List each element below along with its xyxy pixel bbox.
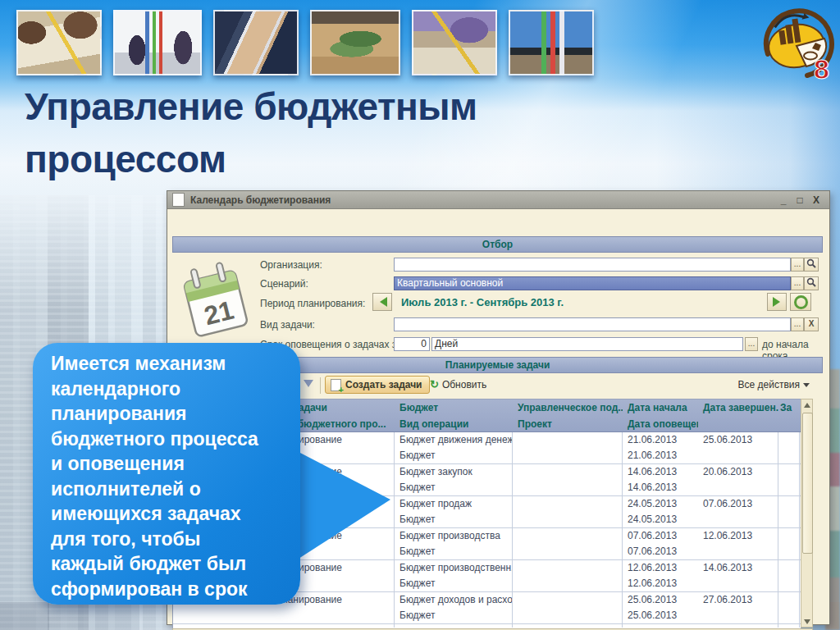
presentation-photo [113,10,202,75]
col-date-notify[interactable]: Дата оповещения [623,416,698,432]
refresh-icon: ↻ [430,378,439,390]
filter-section-header: Отбор [172,236,823,253]
minimize-button[interactable]: _ [775,194,792,206]
slide-title: Управление бюджетным процессом [25,80,648,185]
create-tasks-button[interactable]: Создать задачи [325,376,430,394]
callout-bubble: Имеется механизм календарного планирован… [33,343,300,605]
window-icon [172,193,185,207]
maximize-button[interactable]: □ [792,194,808,206]
col-division[interactable]: Управленческое под... [513,399,623,416]
writing-hands-photo [16,10,102,75]
new-document-icon [331,379,341,391]
handshake-photo [213,10,299,75]
laptop-chart-photo [509,10,594,75]
col-extra[interactable]: За [778,399,801,416]
task-type-clear-button[interactable]: X [804,317,819,331]
org-label: Организация: [260,259,322,271]
window-title: Календарь бюджетирования [190,194,775,206]
refresh-button[interactable]: ↻ Обновить [430,378,486,390]
org-search-button[interactable] [804,258,819,272]
close-button[interactable]: X [808,194,824,206]
toolbar-separator [320,377,321,394]
col-date-start[interactable]: Дата начала [623,399,698,416]
all-actions-button[interactable]: Все действия [738,379,810,390]
task-type-label: Вид задачи: [260,319,315,331]
calendar-icon: 21 [175,258,257,353]
task-type-more-button[interactable]: ... [791,317,804,331]
circle-icon [794,295,808,309]
logo-digit: 8 [814,53,829,82]
notify-unit-input[interactable]: Дней [431,337,743,351]
org-input[interactable] [394,258,791,272]
company-logo: 8 [758,5,838,82]
period-label: Период планирования: [260,298,365,309]
scenario-input[interactable]: Квартальный основной [394,276,791,290]
arrow-right-icon [773,297,785,307]
scroll-up-button[interactable] [801,399,812,410]
notify-days-input[interactable]: 0 [394,337,430,351]
scroll-down-button[interactable] [801,616,812,627]
table-row[interactable]: Планирование Бюджет административн... Бю… [173,624,801,628]
scenario-label: Сценарий: [260,278,308,290]
notify-more-button[interactable]: ... [745,337,758,351]
vertical-scroll-thumb[interactable] [802,413,813,554]
slide: 8 Управление бюджетным процессом Календа… [0,0,840,630]
signing-photo [412,10,497,75]
move-down-icon[interactable] [304,380,313,392]
col-budget[interactable]: Бюджет [395,399,513,416]
search-icon [806,258,816,268]
photo-strip [16,10,594,75]
period-prev-button[interactable] [372,293,392,311]
vertical-scrollbar[interactable] [801,399,813,628]
callout-tail [299,447,394,567]
period-value: Июль 2013 г. - Сентябрь 2013 г. [401,296,564,308]
period-next-button[interactable] [767,293,787,311]
period-current-button[interactable] [790,293,811,311]
arrow-left-icon [375,297,387,307]
chevron-down-icon [803,383,810,390]
task-type-input[interactable] [394,317,791,331]
org-more-button[interactable]: ... [791,258,804,272]
col-date-end[interactable]: Дата завершен... [698,399,778,416]
col-operation[interactable]: Вид операции [395,416,513,432]
window-titlebar[interactable]: Календарь бюджетирования _ □ X [167,191,829,209]
col-project[interactable]: Проект [513,416,623,432]
search-icon [806,277,816,287]
money-photo [310,10,400,75]
scenario-more-button[interactable]: ... [791,276,804,290]
scenario-search-button[interactable] [804,276,819,290]
